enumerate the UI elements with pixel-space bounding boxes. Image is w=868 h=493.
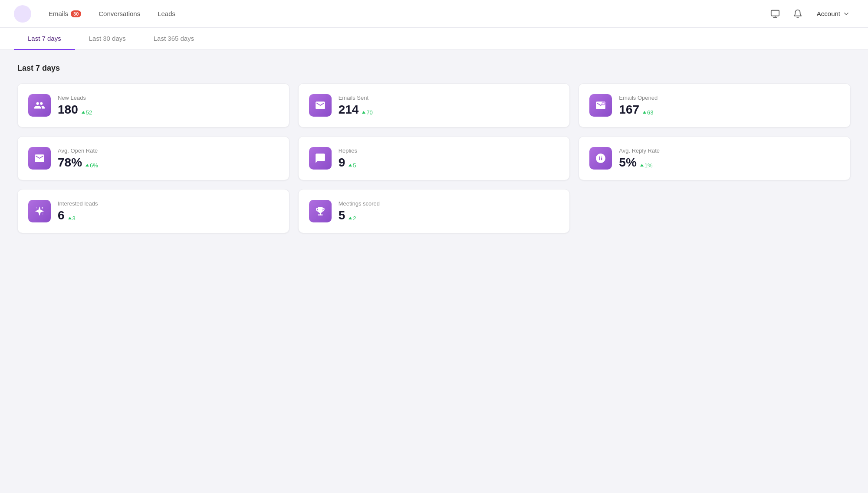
card-emails-sent-delta: 70 (362, 109, 372, 116)
card-emails-sent-info: Emails Sent 214 70 (339, 95, 373, 117)
svg-point-6 (36, 207, 37, 208)
card-avg-open-rate-value: 78% (58, 156, 82, 170)
card-emails-opened: Emails Opened 167 63 (579, 83, 851, 127)
card-new-leads-info: New Leads 180 52 (58, 95, 92, 117)
card-avg-open-rate: Avg. Open Rate 78% 6% (17, 136, 289, 180)
card-emails-opened-info: Emails Opened 167 63 (619, 95, 658, 117)
arrow-up-icon (349, 217, 352, 219)
card-avg-reply-rate-info: Avg. Reply Rate 5% 1% (619, 147, 660, 170)
navbar: Emails 30 Conversations Leads Account (0, 0, 868, 28)
section-title: Last 7 days (17, 64, 851, 73)
bell-icon-button[interactable] (790, 6, 806, 22)
sparkle-icon (28, 200, 51, 222)
card-avg-open-rate-info: Avg. Open Rate 78% 6% (58, 147, 98, 170)
svg-point-7 (43, 213, 43, 214)
card-interested-leads-label: Interested leads (58, 200, 98, 207)
card-interested-leads: Interested leads 6 3 (17, 189, 289, 233)
card-meetings-scored-label: Meetings scored (339, 200, 380, 207)
card-avg-reply-rate-delta: 1% (640, 162, 653, 169)
trophy-icon (309, 200, 332, 222)
email-sent-icon (309, 94, 332, 117)
card-interested-leads-delta: 3 (68, 215, 76, 222)
card-meetings-scored-info: Meetings scored 5 2 (339, 200, 380, 222)
arrow-up-icon (68, 217, 72, 219)
app-logo[interactable] (14, 5, 31, 23)
card-emails-sent-label: Emails Sent (339, 95, 373, 101)
tab-30days[interactable]: Last 30 days (75, 28, 140, 50)
people-icon (28, 94, 51, 117)
arrow-up-icon (643, 111, 646, 114)
nav-leads[interactable]: Leads (151, 7, 182, 21)
card-emails-opened-delta: 63 (643, 109, 653, 116)
arrow-up-icon (85, 164, 89, 167)
nav-links: Emails 30 Conversations Leads (42, 7, 767, 21)
card-emails-sent-value: 214 (339, 103, 359, 117)
main-content: Last 7 days New Leads 180 52 (0, 50, 868, 247)
card-replies-value: 9 (339, 156, 345, 170)
card-avg-reply-rate-label: Avg. Reply Rate (619, 147, 660, 154)
card-new-leads-values: 180 52 (58, 103, 92, 117)
card-replies: Replies 9 5 (298, 136, 570, 180)
card-interested-leads-value: 6 (58, 209, 65, 222)
cards-grid: New Leads 180 52 Emails Sent (17, 83, 851, 233)
card-new-leads-value: 180 (58, 103, 78, 117)
arrow-up-icon (82, 111, 85, 114)
card-emails-opened-value: 167 (619, 103, 639, 117)
card-new-leads-label: New Leads (58, 95, 92, 101)
card-emails-opened-label: Emails Opened (619, 95, 658, 101)
monitor-icon-button[interactable] (767, 6, 783, 22)
card-avg-reply-rate: Avg. Reply Rate 5% 1% (579, 136, 851, 180)
arrow-up-icon (349, 164, 352, 167)
svg-rect-1 (771, 10, 779, 16)
card-interested-leads-info: Interested leads 6 3 (58, 200, 98, 222)
card-replies-info: Replies 9 5 (339, 147, 357, 170)
card-avg-reply-rate-value: 5% (619, 156, 636, 170)
arrow-up-icon (362, 111, 365, 114)
card-new-leads-delta: 52 (82, 109, 92, 116)
account-button[interactable]: Account (812, 7, 854, 20)
arrow-up-icon (640, 164, 644, 167)
svg-point-0 (14, 5, 31, 23)
card-avg-open-rate-delta: 6% (85, 162, 98, 169)
card-emails-sent: Emails Sent 214 70 (298, 83, 570, 127)
nav-emails[interactable]: Emails 30 (42, 7, 88, 21)
card-meetings-scored-delta: 2 (349, 215, 356, 222)
emails-badge: 30 (71, 10, 81, 17)
nav-right: Account (767, 6, 854, 22)
chart-icon (589, 147, 612, 170)
tabs-bar: Last 7 days Last 30 days Last 365 days (0, 28, 868, 50)
card-meetings-scored-value: 5 (339, 209, 345, 222)
card-replies-delta: 5 (349, 162, 356, 169)
email-open-icon (589, 94, 612, 117)
card-replies-label: Replies (339, 147, 357, 154)
tab-365days[interactable]: Last 365 days (140, 28, 208, 50)
card-new-leads: New Leads 180 52 (17, 83, 289, 127)
reply-icon (309, 147, 332, 170)
card-meetings-scored: Meetings scored 5 2 (298, 189, 570, 233)
email-rate-icon (28, 147, 51, 170)
nav-conversations[interactable]: Conversations (92, 7, 147, 21)
svg-point-5 (42, 207, 43, 209)
chevron-down-icon (843, 10, 850, 17)
tab-7days[interactable]: Last 7 days (14, 28, 75, 50)
card-avg-open-rate-label: Avg. Open Rate (58, 147, 98, 154)
